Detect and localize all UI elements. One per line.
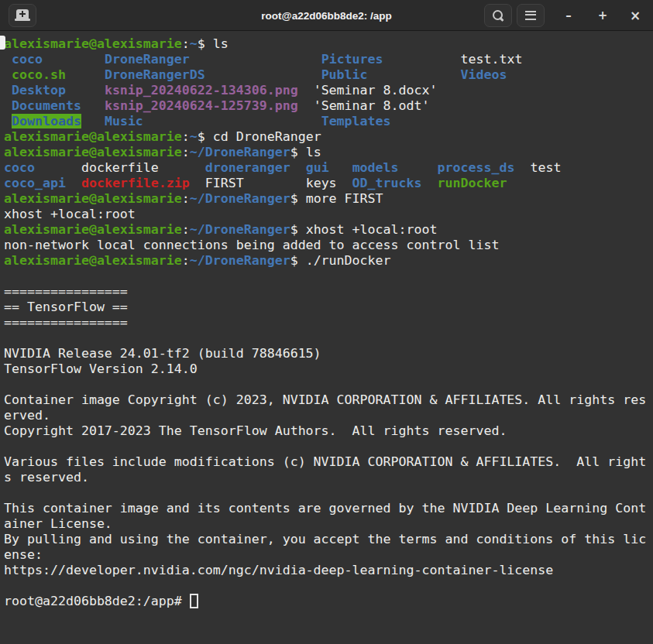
terminal-text-segment: $ more FIRST (290, 191, 383, 206)
terminal-text-segment: non-network local connections being adde… (4, 238, 499, 252)
close-button[interactable]: × (622, 4, 648, 27)
terminal-text-segment: : (182, 36, 190, 51)
terminal-text-segment: alexismarie@alexismarie (4, 129, 182, 144)
terminal-text-segment: gui (306, 160, 329, 175)
terminal-text-segment: TensorFlow Version 2.14.0 (4, 361, 198, 376)
terminal-text-segment (368, 67, 461, 82)
terminal-line: coco dockerfile droneranger gui models p… (4, 160, 653, 176)
terminal-text-segment: DroneRanger (105, 52, 190, 67)
terminal-line: https://developer.nvidia.com/ngc/nvidia-… (4, 563, 653, 578)
terminal-line: s reserved. (4, 470, 653, 485)
terminal-line: By pulling and using the container, you … (4, 532, 653, 547)
terminal-text-segment: 'Seminar 8.odt' (298, 98, 430, 113)
terminal-text-segment: : (182, 191, 190, 206)
terminal-text-segment: https://developer.nvidia.com/ngc/nvidia-… (4, 563, 553, 577)
terminal-text-segment: test (514, 160, 561, 175)
terminal-line: ainer License. (4, 516, 653, 532)
terminal-line: alexismarie@alexismarie:~/DroneRanger$ x… (4, 222, 653, 238)
terminal-text-segment: coco (12, 52, 43, 67)
terminal-text-segment: runDocker (438, 176, 507, 190)
terminal-text-segment: Documents (12, 98, 81, 113)
terminal-line: coco_api dockerfile.zip FIRST keys OD_tr… (4, 176, 653, 191)
terminal-text-segment: DroneRangerDS (105, 67, 205, 82)
terminal-text-segment: alexismarie@alexismarie (4, 145, 182, 159)
terminal-text-segment: OD_trucks (352, 176, 422, 190)
terminal-line: ================ (4, 315, 653, 331)
terminal-output[interactable]: alexismarie@alexismarie:~$ ls coco Drone… (0, 31, 653, 644)
terminal-text-segment: Container image Copyright (c) 2023, NVID… (4, 392, 646, 407)
terminal-text-segment (4, 98, 12, 113)
terminal-line: coco.sh DroneRangerDS Public Videos (4, 67, 653, 83)
terminal-text-segment: By pulling and using the container, you … (4, 532, 646, 546)
terminal-line (4, 439, 653, 454)
terminal-text-segment: ense: (4, 547, 43, 562)
terminal-line: alexismarie@alexismarie:~/DroneRanger$ m… (4, 191, 653, 207)
terminal-text-segment: Copyright 2017-2023 The TensorFlow Autho… (4, 423, 507, 438)
terminal-text-segment: $ ./runDocker (290, 253, 391, 268)
terminal-text-segment: 'Seminar 8.docx' (298, 83, 438, 98)
terminal-text-segment: alexismarie@alexismarie (4, 253, 182, 268)
terminal-text-segment: : (182, 253, 190, 268)
terminal-text-segment: $ ls (198, 36, 229, 51)
titlebar-right-cluster: – + × (484, 4, 648, 27)
maximize-button[interactable]: + (589, 4, 616, 27)
terminal-text-segment: FIRST keys (190, 176, 352, 190)
terminal-line: Desktop ksnip_20240622-134306.png 'Semin… (4, 83, 653, 98)
terminal-text-segment: Various files include modifications (c) … (4, 454, 646, 469)
terminal-line: alexismarie@alexismarie:~/DroneRanger$ l… (4, 145, 653, 160)
terminal-text-segment: droneranger (205, 160, 290, 175)
terminal-text-segment: ksnip_20240624-125739.png (105, 98, 298, 113)
terminal-text-segment (329, 160, 352, 175)
terminal-line: ================ (4, 284, 653, 300)
terminal-text-segment (143, 114, 321, 128)
terminal-text-segment: Public (321, 67, 368, 82)
window-title: root@a22d06bb8de2: /app (261, 9, 391, 21)
terminal-text-segment (205, 67, 321, 82)
terminal-text-segment: == TensorFlow == (4, 300, 128, 314)
terminal-text-segment: ~ (190, 129, 198, 144)
terminal-text-segment: ainer License. (4, 516, 112, 531)
terminal-text-segment: xhost +local:root (4, 207, 136, 221)
terminal-line: erved. (4, 408, 653, 423)
terminal-line: Copyright 2017-2023 The TensorFlow Autho… (4, 423, 653, 439)
terminal-text-segment: Desktop (12, 83, 66, 98)
terminal-text-segment: coco.sh (12, 67, 66, 82)
terminal-text-segment: dockerfile (35, 160, 205, 175)
terminal-text-segment: s reserved. (4, 470, 89, 485)
terminal-text-segment (290, 160, 306, 175)
search-icon (492, 9, 504, 22)
terminal-text-segment: : (182, 129, 190, 144)
terminal-line (4, 578, 653, 594)
terminal-text-segment: ~/DroneRanger (190, 253, 290, 268)
terminal-text-segment (43, 52, 105, 67)
terminal-line: root@a22d06bb8de2:/app# (4, 594, 653, 609)
terminal-line: TensorFlow Version 2.14.0 (4, 361, 653, 377)
terminal-text-segment: root@a22d06bb8de2:/app# (4, 594, 190, 608)
terminal-text-segment (66, 67, 105, 82)
terminal-line: alexismarie@alexismarie:~$ ls (4, 36, 653, 52)
terminal-text-segment: dockerfile.zip (81, 176, 190, 190)
terminal-text-segment: $ cd DroneRanger (198, 129, 321, 144)
terminal-line (4, 485, 653, 501)
minimize-button[interactable]: – (555, 4, 582, 27)
terminal-text-segment: Downloads (12, 114, 81, 128)
title-bar[interactable]: root@a22d06bb8de2: /app – + × (0, 0, 653, 31)
terminal-text-segment (4, 52, 12, 67)
terminal-text-segment: process_ds (438, 160, 515, 175)
terminal-text-segment: : (182, 145, 190, 159)
terminal-window: root@a22d06bb8de2: /app – + × alexismari… (0, 0, 653, 644)
terminal-text-segment: alexismarie@alexismarie (4, 191, 182, 206)
terminal-text-segment: coco (4, 160, 35, 175)
partial-glyph-artifact (0, 36, 5, 50)
terminal-line: ense: (4, 547, 653, 563)
menu-button[interactable] (517, 4, 545, 27)
terminal-text-segment (66, 83, 105, 98)
terminal-text-segment (399, 160, 438, 175)
terminal-cursor[interactable] (190, 594, 198, 608)
terminal-text-segment: erved. (4, 408, 50, 423)
search-button[interactable] (484, 4, 512, 27)
terminal-text-segment: coco_api (4, 176, 66, 190)
terminal-line: non-network local connections being adde… (4, 238, 653, 253)
new-tab-button[interactable] (9, 4, 36, 27)
terminal-text-segment (190, 52, 321, 67)
